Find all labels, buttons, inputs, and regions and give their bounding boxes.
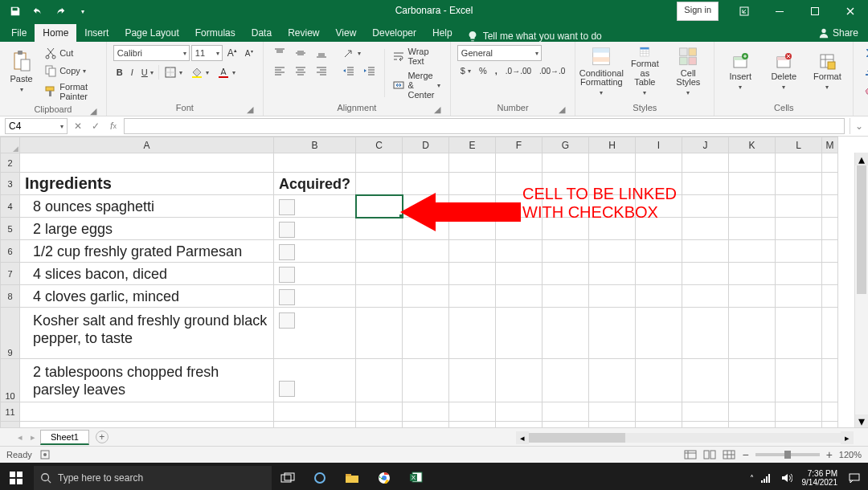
checkbox-control[interactable] [274, 218, 356, 240]
format-as-table-button[interactable]: Format as Table▾ [625, 45, 664, 98]
font-color-button[interactable]: ▾ [214, 64, 239, 80]
cell[interactable]: 2 tablespoons chopped fresh parsley leav… [20, 359, 274, 402]
sheet-nav-next[interactable]: ▸ [27, 432, 39, 443]
percent-button[interactable]: % [476, 64, 490, 77]
decrease-indent-button[interactable] [339, 63, 358, 79]
cut-button[interactable]: Cut [41, 45, 100, 61]
maximize-button[interactable] [797, 0, 833, 22]
taskbar-app-chrome[interactable] [368, 463, 400, 490]
tab-help[interactable]: Help [424, 24, 461, 42]
tab-page-layout[interactable]: Page Layout [117, 24, 186, 42]
font-name-select[interactable]: Calibri▾ [113, 45, 190, 61]
save-button[interactable] [5, 2, 26, 20]
tray-overflow-button[interactable]: ˄ [750, 474, 754, 483]
tab-file[interactable]: File [3, 24, 35, 42]
cell[interactable]: 1/2 cup freshly grated Parmesan [20, 240, 274, 263]
taskbar-app-explorer[interactable] [336, 463, 368, 490]
row-header[interactable]: 5 [1, 218, 20, 240]
view-page-layout-button[interactable] [703, 450, 716, 459]
share-button[interactable]: Share [809, 24, 868, 42]
scroll-right-button[interactable]: ▸ [841, 431, 854, 444]
col-header[interactable]: D [403, 137, 449, 153]
notifications-button[interactable] [844, 463, 865, 490]
cell-header-ingredients[interactable]: Ingredients [20, 173, 274, 195]
cell-styles-button[interactable]: Cell Styles▾ [669, 45, 707, 98]
align-center-button[interactable] [291, 63, 310, 79]
col-header[interactable]: H [589, 137, 636, 153]
cell[interactable]: 4 cloves garlic, minced [20, 285, 274, 308]
new-sheet-button[interactable]: + [96, 431, 108, 443]
increase-indent-button[interactable] [360, 63, 379, 79]
row-header[interactable]: 11 [1, 402, 20, 422]
cell-header-acquired[interactable]: Acquired? [274, 173, 356, 195]
decrease-font-button[interactable]: A▾ [242, 47, 256, 59]
tab-view[interactable]: View [328, 24, 365, 42]
scroll-thumb[interactable] [857, 165, 866, 294]
underline-button[interactable]: U ▾ [138, 66, 157, 79]
increase-font-button[interactable]: A▴ [224, 46, 240, 60]
zoom-out-button[interactable]: − [742, 448, 748, 461]
cell[interactable]: Kosher salt and freshly ground black pep… [20, 308, 274, 359]
row-header[interactable]: 10 [1, 359, 20, 402]
col-header[interactable]: A [20, 137, 274, 153]
decrease-decimal-button[interactable]: .00→.0 [536, 65, 568, 77]
scroll-thumb[interactable] [529, 433, 625, 443]
italic-button[interactable]: I [128, 66, 137, 79]
expand-formula-bar[interactable]: ⌄ [850, 118, 868, 134]
redo-button[interactable] [50, 2, 71, 20]
close-button[interactable] [833, 0, 868, 22]
taskbar-search[interactable]: Type here to search [34, 466, 272, 490]
row-header[interactable]: 6 [1, 240, 20, 263]
zoom-in-button[interactable]: + [826, 448, 833, 461]
tell-me[interactable]: Tell me what you want to do [467, 31, 602, 42]
number-launcher-icon[interactable]: ◢ [557, 104, 567, 114]
sheet-nav-prev[interactable]: ◂ [14, 432, 26, 443]
row-header[interactable]: 12 [1, 422, 20, 428]
delete-cells-button[interactable]: Delete▾ [764, 45, 803, 98]
col-header[interactable]: M [822, 137, 838, 153]
checkbox-control[interactable] [274, 240, 356, 263]
font-launcher-icon[interactable]: ◢ [245, 104, 255, 114]
align-top-button[interactable] [270, 45, 289, 61]
checkbox-control[interactable] [274, 195, 356, 218]
zoom-level[interactable]: 120% [839, 450, 862, 459]
qat-customize[interactable]: ▾ [72, 2, 93, 20]
col-header[interactable]: F [496, 137, 542, 153]
merge-center-button[interactable]: Merge & Center ▾ [389, 69, 443, 101]
signin-button[interactable]: Sign in [677, 2, 719, 21]
row-header[interactable]: 8 [1, 285, 20, 308]
sheet-tab[interactable]: Sheet1 [40, 430, 89, 445]
select-all-button[interactable]: ◢ [1, 137, 20, 153]
clipboard-launcher-icon[interactable]: ◢ [88, 106, 98, 116]
tab-developer[interactable]: Developer [364, 24, 424, 42]
taskbar-app-excel[interactable]: X [400, 462, 432, 490]
scroll-up-button[interactable]: ▴ [855, 153, 868, 165]
cancel-formula-button[interactable]: ✕ [69, 118, 87, 134]
row-header[interactable]: 7 [1, 263, 20, 285]
ribbon-display-options[interactable] [727, 0, 762, 22]
format-painter-button[interactable]: Format Painter [41, 80, 100, 103]
comma-button[interactable]: , [492, 64, 501, 77]
col-header[interactable]: I [636, 137, 682, 153]
number-format-select[interactable]: General▾ [457, 45, 542, 61]
view-page-break-button[interactable] [723, 450, 735, 459]
increase-decimal-button[interactable]: .0→.00 [502, 65, 534, 77]
scroll-down-button[interactable]: ▾ [855, 414, 868, 427]
align-left-button[interactable] [270, 63, 289, 79]
cortana-button[interactable] [304, 463, 336, 490]
col-header[interactable]: J [682, 137, 729, 153]
name-box[interactable]: C4▾ [5, 118, 68, 134]
border-button[interactable]: ▾ [161, 64, 186, 80]
row-header[interactable]: 3 [1, 173, 20, 195]
checkbox-control[interactable] [274, 359, 356, 402]
paste-button[interactable]: Paste▾ [6, 45, 36, 98]
worksheet-grid[interactable]: ◢ A B C D E F G H I J K L M 2 3 Ingredie… [0, 137, 838, 427]
cell-selected[interactable] [356, 195, 403, 218]
taskbar-clock[interactable]: 7:36 PM 9/14/2021 [799, 469, 841, 487]
horizontal-scrollbar[interactable]: ◂ ▸ [516, 431, 854, 444]
undo-button[interactable] [27, 2, 48, 20]
orientation-button[interactable]: ▾ [339, 45, 364, 61]
fill-color-button[interactable]: ▾ [187, 64, 212, 80]
align-bottom-button[interactable] [312, 45, 331, 61]
checkbox-control[interactable] [274, 285, 356, 308]
